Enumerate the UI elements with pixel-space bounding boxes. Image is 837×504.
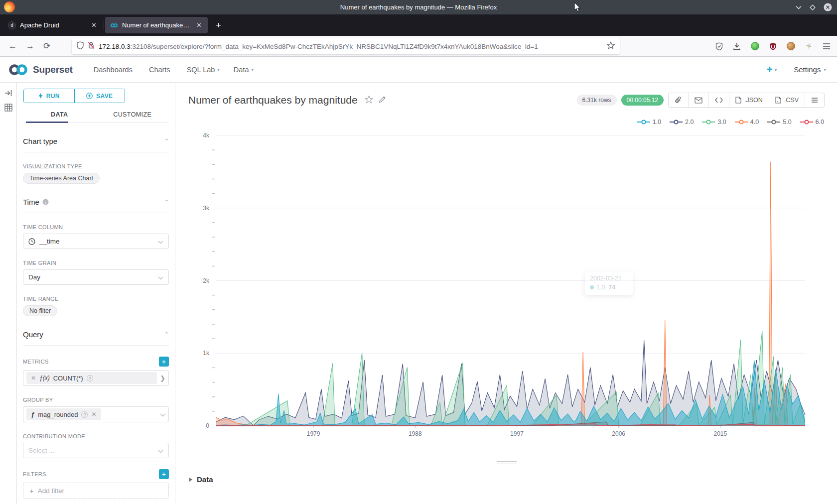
- export-csv-button[interactable]: x .CSV: [769, 93, 805, 107]
- tooltip-series-dot: [590, 285, 594, 289]
- extension-cookie-icon[interactable]: [784, 40, 797, 53]
- chevron-right-icon: [189, 478, 192, 482]
- section-time[interactable]: Time i ⌃: [23, 198, 169, 213]
- extension-pinwheel-icon[interactable]: [802, 40, 815, 53]
- url-bar[interactable]: 172.18.0.3:32108/superset/explore/?form_…: [72, 38, 620, 54]
- tab-apache-druid[interactable]: d Apache Druid ✕: [3, 17, 103, 33]
- mouse-cursor: [574, 2, 582, 15]
- contribution-mode-select[interactable]: Select ...: [23, 443, 169, 458]
- reload-button[interactable]: ⟳: [39, 41, 55, 51]
- time-column-select[interactable]: __time: [23, 234, 169, 249]
- code-icon: [715, 97, 723, 103]
- caret-right-icon[interactable]: ❯: [160, 375, 165, 382]
- favorite-star-icon[interactable]: [365, 95, 373, 106]
- chart-tooltip: 2002-03-21 1.0: 74: [585, 271, 633, 295]
- time-column-label: TIME COLUMN: [23, 224, 169, 230]
- contribution-mode-label: CONTRIBUTION MODE: [23, 433, 169, 439]
- embed-code-button[interactable]: [708, 93, 729, 107]
- druid-favicon-icon: d: [8, 21, 16, 29]
- panel-tabs: DATA CUSTOMIZE: [23, 107, 169, 123]
- add-filter-plus-button[interactable]: +: [159, 469, 169, 479]
- groupby-select[interactable]: ƒ mag_rounded ? ✕: [23, 406, 169, 422]
- time-grain-select[interactable]: Day: [23, 269, 169, 285]
- menu-hamburger-icon[interactable]: [820, 40, 833, 53]
- window-maximize-button[interactable]: [810, 4, 816, 10]
- window-minimize-button[interactable]: [796, 5, 802, 9]
- insecure-lock-icon[interactable]: [88, 41, 95, 51]
- groupby-chip[interactable]: ƒ mag_rounded ? ✕: [26, 408, 101, 420]
- chart-menu-button[interactable]: [805, 93, 824, 107]
- extension-ghostery-icon[interactable]: [748, 40, 761, 53]
- chevron-up-icon: ⌃: [164, 138, 169, 144]
- superset-favicon-icon: [110, 21, 118, 29]
- data-section-label: Data: [197, 475, 213, 484]
- new-chart-plus-button[interactable]: +▾: [767, 64, 777, 75]
- tab-data[interactable]: DATA: [23, 107, 96, 123]
- nav-item-charts[interactable]: Charts: [149, 66, 173, 74]
- expand-dataset-panel-icon[interactable]: [4, 90, 12, 99]
- svg-text:2k: 2k: [203, 277, 210, 284]
- url-path: :32108/superset/explore/?form_data_key=K…: [131, 43, 538, 50]
- pocket-shield-icon[interactable]: [712, 40, 725, 53]
- timeseries-area-chart[interactable]: 01k2k3k4k19791988199720062015: [175, 120, 837, 448]
- file-icon: [735, 97, 741, 104]
- groupby-help-icon[interactable]: ?: [81, 411, 88, 418]
- browser-tab-bar: d Apache Druid ✕ Numer of earthquakes by…: [0, 14, 837, 36]
- svg-text:1997: 1997: [510, 430, 524, 437]
- edit-pencil-icon[interactable]: [379, 96, 386, 105]
- superset-logo[interactable]: Superset: [8, 63, 73, 76]
- add-filter-dropzone[interactable]: + Add filter: [23, 483, 169, 499]
- remove-metric-icon[interactable]: ✕: [31, 375, 36, 381]
- tab-close-icon[interactable]: ✕: [90, 21, 98, 29]
- tooltip-series: 1.0: [596, 284, 605, 291]
- tracking-shield-icon[interactable]: [77, 41, 84, 51]
- metric-help-icon[interactable]: ?: [87, 375, 93, 381]
- dataset-grid-icon[interactable]: [4, 104, 12, 114]
- bookmark-star-icon[interactable]: [607, 41, 615, 51]
- fx-icon: ƒ(x): [39, 375, 50, 381]
- back-button[interactable]: ←: [4, 41, 21, 51]
- superset-navbar: Superset Dashboards Charts SQL Lab▾ Data…: [0, 57, 837, 83]
- window-close-button[interactable]: [824, 3, 832, 11]
- nav-item-data[interactable]: Data▾: [234, 66, 254, 74]
- nav-item-dashboards[interactable]: Dashboards: [94, 66, 135, 74]
- new-tab-button[interactable]: +: [213, 20, 224, 31]
- metric-control[interactable]: ✕ ƒ(x) COUNT(*) ? ❯: [23, 370, 169, 386]
- extension-ublock-icon[interactable]: [766, 40, 779, 53]
- rows-badge: 6.31k rows: [577, 95, 617, 106]
- viz-type-value[interactable]: Time-series Area Chart: [23, 173, 100, 184]
- copy-link-button[interactable]: [669, 93, 688, 107]
- info-icon: i: [42, 199, 49, 205]
- query-timer-badge: 00:00:05.12: [621, 95, 664, 106]
- url-host: 172.18.0.3: [99, 43, 131, 50]
- tab-separator: [104, 20, 104, 30]
- tab-close-icon[interactable]: ✕: [195, 21, 203, 29]
- metric-chip[interactable]: ✕ ƒ(x) COUNT(*) ?: [26, 372, 157, 384]
- control-panel: RUN SAVE DATA CUSTOMIZE Chart type⌃ VISU…: [17, 83, 175, 504]
- tab-label: Apache Druid: [20, 21, 86, 29]
- remove-groupby-icon[interactable]: ✕: [91, 411, 96, 418]
- tab-customize[interactable]: CUSTOMIZE: [96, 107, 169, 123]
- export-json-button[interactable]: .JSON: [729, 93, 769, 107]
- url-text[interactable]: 172.18.0.3:32108/superset/explore/?form_…: [99, 43, 603, 50]
- email-button[interactable]: [688, 93, 708, 107]
- nav-item-sql-lab[interactable]: SQL Lab▾: [187, 66, 220, 74]
- data-section-header[interactable]: Data: [189, 475, 213, 484]
- tab-superset-chart[interactable]: Numer of earthquakes by m ✕: [105, 17, 208, 33]
- svg-text:4k: 4k: [203, 132, 210, 139]
- window-title: Numer of earthquakes by magnitude — Mozi…: [0, 3, 837, 11]
- time-column-value: __time: [39, 238, 60, 245]
- time-range-value[interactable]: No filter: [23, 305, 57, 316]
- panel-resize-handle[interactable]: [497, 461, 517, 466]
- section-query[interactable]: Query⌃: [23, 330, 169, 346]
- section-chart-type[interactable]: Chart type⌃: [23, 137, 169, 152]
- settings-menu[interactable]: Settings▾: [794, 65, 826, 74]
- run-button[interactable]: RUN: [24, 89, 75, 103]
- window-titlebar: Numer of earthquakes by magnitude — Mozi…: [0, 0, 837, 14]
- add-metric-button[interactable]: +: [159, 357, 169, 367]
- forward-button[interactable]: →: [21, 41, 39, 51]
- svg-text:0: 0: [206, 422, 209, 429]
- downloads-icon[interactable]: [730, 40, 743, 53]
- svg-text:2015: 2015: [713, 430, 727, 437]
- save-button[interactable]: SAVE: [75, 89, 125, 103]
